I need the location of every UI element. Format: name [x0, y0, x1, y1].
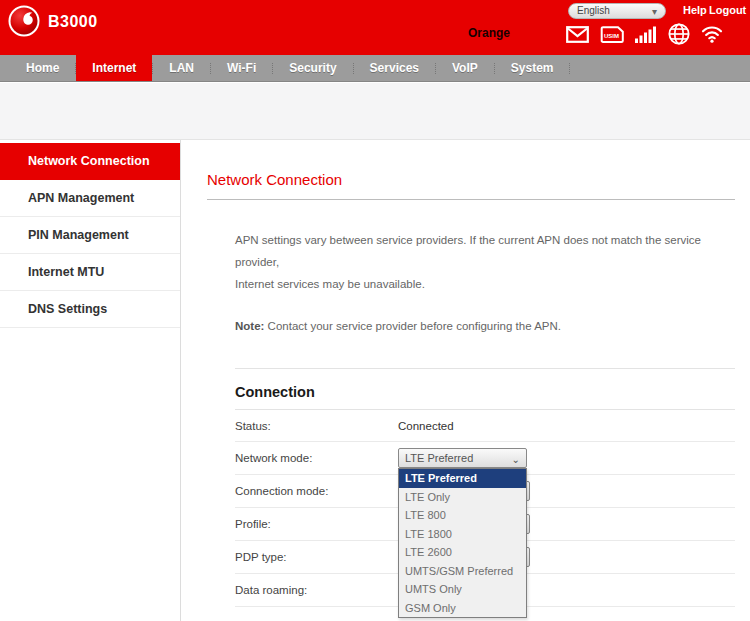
chevron-down-icon: ⌄ — [512, 451, 520, 469]
network-mode-select[interactable]: LTE Preferred ⌄ — [398, 448, 527, 468]
sidebar-item-internet-mtu[interactable]: Internet MTU — [0, 254, 180, 291]
tab-lan[interactable]: LAN — [153, 55, 210, 81]
tab-home[interactable]: Home — [10, 55, 75, 81]
connection-section-heading: Connection — [235, 384, 735, 400]
status-value: Connected — [398, 420, 454, 432]
status-label: Status: — [235, 420, 398, 432]
profile-label: Profile: — [235, 518, 398, 530]
tab-voip[interactable]: VoIP — [436, 55, 494, 81]
sub-header-band — [0, 83, 750, 140]
tab-services[interactable]: Services — [354, 55, 435, 81]
dropdown-option-lte-only[interactable]: LTE Only — [399, 488, 526, 507]
note-label: Note: — [235, 320, 264, 332]
tab-system[interactable]: System — [495, 55, 570, 81]
tab-internet[interactable]: Internet — [76, 55, 152, 81]
status-row: Status: Connected — [235, 409, 735, 442]
help-link[interactable]: Help — [683, 4, 707, 16]
data-roaming-label: Data roaming: — [235, 584, 398, 596]
globe-icon — [668, 23, 690, 45]
sidebar-item-network-connection[interactable]: Network Connection — [0, 143, 180, 180]
sidebar-item-pin-management[interactable]: PIN Management — [0, 217, 180, 254]
nav-separator — [569, 63, 570, 74]
main-nav: Home Internet LAN Wi-Fi Security Service… — [0, 55, 750, 82]
dropdown-option-gsm-only[interactable]: GSM Only — [399, 599, 526, 618]
apn-description: APN settings vary between service provid… — [235, 229, 735, 295]
tab-wifi[interactable]: Wi-Fi — [211, 55, 272, 81]
apn-note: Note: Contact your service provider befo… — [235, 315, 735, 337]
connection-mode-label: Connection mode: — [235, 485, 398, 497]
chevron-down-icon: ▾ — [652, 5, 657, 19]
pdp-type-label: PDP type: — [235, 551, 398, 563]
language-select[interactable]: English ▾ — [568, 3, 666, 19]
dropdown-option-lte-800[interactable]: LTE 800 — [399, 506, 526, 525]
device-title: B3000 — [48, 13, 98, 31]
sidebar-item-apn-management[interactable]: APN Management — [0, 180, 180, 217]
status-icon-bar: USIM — [566, 23, 723, 45]
network-mode-select-value: LTE Preferred — [405, 452, 473, 464]
dropdown-option-lte-1800[interactable]: LTE 1800 — [399, 525, 526, 544]
note-text: Contact your service provider before con… — [264, 320, 561, 332]
apn-description-line2: Internet services may be unavailable. — [235, 273, 735, 295]
title-divider — [207, 199, 735, 200]
dropdown-option-lte-2600[interactable]: LTE 2600 — [399, 543, 526, 562]
wifi-icon — [701, 25, 723, 43]
dropdown-option-lte-preferred[interactable]: LTE Preferred — [399, 469, 526, 488]
vodafone-logo-icon — [8, 5, 40, 41]
app-header: B3000 English ▾ Help Logout Orange USIM — [0, 0, 750, 55]
tab-security[interactable]: Security — [273, 55, 352, 81]
signal-icon — [635, 26, 657, 43]
network-mode-label: Network mode: — [235, 452, 398, 464]
network-mode-dropdown-list: LTE Preferred LTE Only LTE 800 LTE 1800 … — [398, 468, 527, 618]
dropdown-option-umts-gsm-preferred[interactable]: UMTS/GSM Preferred — [399, 562, 526, 581]
sidebar-item-dns-settings[interactable]: DNS Settings — [0, 291, 180, 328]
sidebar: Network Connection APN Management PIN Ma… — [0, 140, 181, 621]
apn-description-line1: APN settings vary between service provid… — [235, 229, 735, 273]
usim-icon: USIM — [600, 26, 624, 43]
mail-icon — [566, 26, 589, 43]
carrier-name-label: Orange — [468, 26, 510, 40]
svg-text:USIM: USIM — [604, 32, 619, 38]
page-title: Network Connection — [207, 171, 735, 188]
connection-form: Status: Connected Network mode: LTE Pref… — [235, 409, 735, 621]
main-content: Network Connection APN settings vary bet… — [181, 140, 750, 621]
dropdown-option-umts-only[interactable]: UMTS Only — [399, 580, 526, 599]
logout-link[interactable]: Logout — [709, 4, 746, 16]
section-divider — [235, 368, 735, 369]
language-select-value: English — [577, 5, 610, 16]
